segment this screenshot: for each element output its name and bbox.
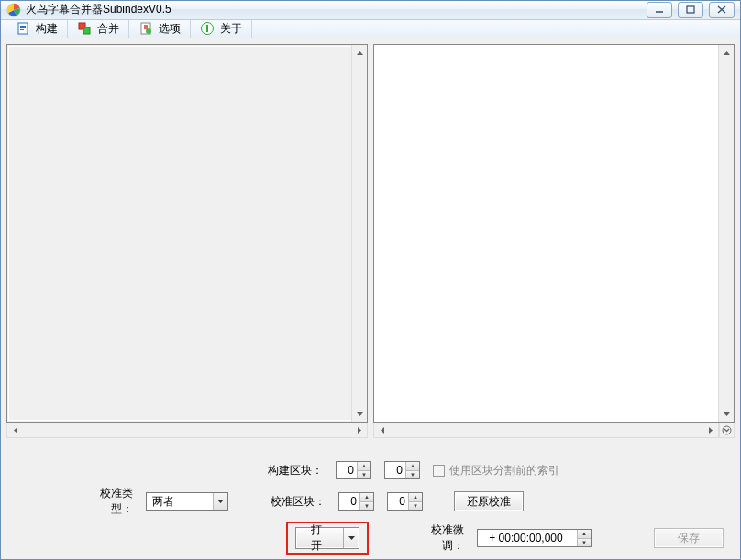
open-button-caret[interactable] (344, 528, 359, 548)
spin-up-icon[interactable]: ▲ (406, 462, 419, 471)
open-button-highlight: 打开 (286, 522, 369, 555)
titlebar: 火鸟字幕合并器SubindexV0.5 (1, 1, 740, 20)
calib-type-label: 校准类型： (80, 486, 133, 517)
right-panel-wrap (373, 44, 735, 438)
spin-down-icon[interactable]: ▼ (406, 471, 419, 479)
svg-point-10 (146, 28, 151, 34)
checkbox-box (433, 465, 445, 477)
maximize-button[interactable] (678, 2, 703, 18)
tab-about[interactable]: 关于 (191, 20, 252, 38)
tab-options-label: 选项 (159, 21, 181, 37)
calib-block-b-value: 0 (388, 493, 408, 510)
build-block-a-value: 0 (337, 462, 357, 478)
options-icon (138, 21, 153, 36)
tab-build-label: 构建 (36, 21, 58, 37)
spin-up-icon[interactable]: ▲ (409, 493, 422, 502)
use-presplit-index-checkbox[interactable]: 使用区块分割前的索引 (433, 463, 559, 478)
use-presplit-index-label: 使用区块分割前的索引 (449, 463, 559, 478)
scroll-left-icon[interactable] (7, 423, 23, 437)
client-area: 构建区块： 0 ▲▼ 0 ▲▼ 使用区块分割前的索引 校准类型： 两者 (1, 38, 740, 559)
svg-rect-2 (687, 6, 694, 13)
minimize-button[interactable] (647, 2, 672, 18)
app-icon (6, 3, 21, 17)
open-split-button[interactable]: 打开 (295, 527, 359, 549)
svg-point-12 (206, 25, 208, 27)
tab-options[interactable]: 选项 (129, 20, 191, 38)
calib-fine-spinner[interactable]: + 00:00:00,000 ▲▼ (477, 529, 592, 547)
calib-fine-value: + 00:00:00,000 (478, 530, 577, 546)
left-panel-wrap (6, 44, 368, 438)
build-block-b-spinner[interactable]: 0 ▲▼ (384, 461, 420, 479)
tab-merge-label: 合并 (97, 21, 119, 37)
document-icon (16, 21, 30, 36)
right-hscrollbar[interactable] (373, 423, 719, 438)
scroll-left-icon[interactable] (374, 423, 390, 437)
restore-calib-label: 还原校准 (467, 494, 511, 510)
dropdown-icon (213, 493, 227, 510)
svg-point-14 (723, 426, 731, 434)
window-title: 火鸟字幕合并器SubindexV0.5 (26, 2, 647, 17)
scroll-up-icon[interactable] (352, 45, 367, 60)
open-button-label: 打开 (311, 522, 328, 554)
expand-corner-button[interactable] (719, 423, 735, 438)
tab-about-label: 关于 (220, 21, 242, 37)
info-icon (200, 21, 215, 36)
left-hscrollbar[interactable] (6, 423, 368, 438)
svg-rect-8 (83, 27, 90, 34)
svg-rect-13 (206, 27, 208, 32)
calib-type-value: 两者 (152, 494, 213, 510)
calib-block-label: 校准区块： (271, 494, 326, 510)
build-block-label: 构建区块： (268, 463, 323, 478)
spin-down-icon[interactable]: ▼ (358, 471, 370, 479)
spin-up-icon[interactable]: ▲ (358, 462, 370, 471)
svg-rect-6 (20, 29, 24, 30)
open-button-main[interactable]: 打开 (296, 528, 344, 548)
scroll-down-icon[interactable] (719, 406, 734, 422)
window-buttons (647, 2, 735, 18)
scroll-up-icon[interactable] (719, 45, 734, 60)
calib-block-a-spinner[interactable]: 0 ▲▼ (338, 492, 374, 511)
tab-build[interactable]: 构建 (6, 20, 68, 38)
calib-type-combo[interactable]: 两者 (146, 492, 228, 511)
spin-down-icon[interactable]: ▼ (360, 502, 373, 511)
build-block-a-spinner[interactable]: 0 ▲▼ (336, 461, 371, 479)
left-panel[interactable] (6, 44, 368, 423)
scroll-down-icon[interactable] (352, 406, 367, 422)
spin-up-icon[interactable]: ▲ (360, 493, 373, 502)
right-vscrollbar[interactable] (718, 45, 734, 422)
panels (6, 44, 735, 438)
build-block-b-value: 0 (385, 462, 405, 478)
left-vscrollbar[interactable] (351, 45, 367, 422)
toolbar: 构建 合并 选项 关于 (1, 20, 740, 39)
app-window: 火鸟字幕合并器SubindexV0.5 构建 合并 (0, 0, 741, 560)
right-panel[interactable] (373, 44, 735, 423)
svg-rect-4 (20, 26, 26, 27)
close-button[interactable] (709, 2, 735, 18)
save-button[interactable]: 保存 (654, 528, 724, 548)
tab-merge[interactable]: 合并 (68, 20, 129, 38)
spin-down-icon[interactable]: ▼ (578, 539, 591, 547)
bottom-controls: 构建区块： 0 ▲▼ 0 ▲▼ 使用区块分割前的索引 校准类型： 两者 (6, 455, 735, 554)
merge-icon (77, 21, 92, 36)
spin-down-icon[interactable]: ▼ (409, 502, 422, 511)
scroll-right-icon[interactable] (702, 423, 718, 437)
save-button-label: 保存 (678, 531, 700, 546)
calib-block-a-value: 0 (339, 493, 359, 510)
spin-up-icon[interactable]: ▲ (578, 530, 591, 539)
restore-calib-button[interactable]: 还原校准 (454, 491, 524, 511)
calib-block-b-spinner[interactable]: 0 ▲▼ (387, 492, 423, 511)
calib-fine-label: 校准微调： (415, 522, 464, 554)
svg-rect-5 (20, 27, 26, 28)
scroll-right-icon[interactable] (351, 423, 367, 437)
